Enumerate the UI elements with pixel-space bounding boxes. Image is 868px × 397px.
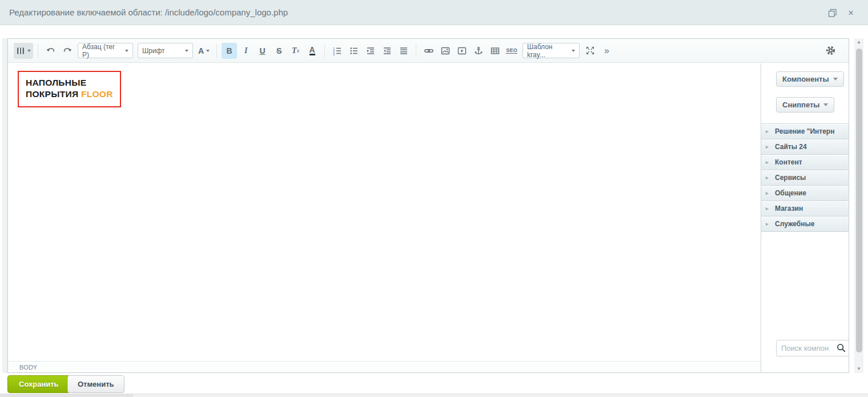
category-sites24[interactable]: ▸Сайты 24	[761, 139, 849, 155]
chevron-down-icon	[823, 103, 828, 106]
fullscreen-icon	[586, 46, 594, 55]
svg-text:3: 3	[333, 52, 335, 55]
chevron-right-icon: ▸	[766, 144, 769, 150]
editor-canvas[interactable]: НАПОЛЬНЫЕ ПОКРЫТИЯ FLOOR	[8, 63, 761, 361]
clear-format-button[interactable]: Tx	[288, 43, 303, 59]
italic-button[interactable]: I	[238, 43, 254, 59]
category-content[interactable]: ▸Контент	[761, 155, 849, 170]
cancel-button[interactable]: Отменить	[67, 375, 124, 393]
category-store[interactable]: ▸Магазин	[761, 201, 849, 216]
text-color-button[interactable]: A	[304, 43, 320, 59]
toolbar-separator	[416, 44, 416, 58]
insert-link-button[interactable]	[421, 43, 436, 59]
chevron-right-icon: ▸	[766, 206, 769, 211]
scrollbar-thumb[interactable]	[856, 49, 862, 352]
ordered-list-icon: 123	[333, 46, 342, 55]
underline-button[interactable]: U	[255, 43, 270, 59]
video-icon	[457, 46, 467, 55]
bottom-divider-segment	[0, 394, 133, 397]
bottom-divider	[0, 394, 868, 397]
toolbar-separator	[216, 44, 217, 58]
link-icon	[424, 46, 433, 55]
undo-button[interactable]	[43, 43, 58, 59]
editor-toolbar: Абзац (тег P) Шрифт A B I U S Tx A 123	[8, 39, 849, 63]
category-services[interactable]: ▸Сервисы	[761, 170, 849, 186]
unordered-list-icon	[349, 46, 359, 55]
outdent-icon	[383, 46, 392, 55]
insert-anchor-button[interactable]	[471, 43, 486, 59]
undo-icon	[46, 46, 55, 55]
insert-table-button[interactable]	[487, 43, 503, 59]
category-solutions[interactable]: ▸Решение "Интерн	[761, 124, 849, 139]
indent-icon	[366, 46, 375, 55]
dialog-left-gutter	[2, 38, 7, 373]
dialog-scrollbar: ▲ ▼	[854, 38, 863, 373]
more-tools-button[interactable]: »	[599, 43, 614, 59]
editor-dialog: Редактирование включаемой области: /incl…	[0, 0, 868, 397]
components-sidebar: Компоненты Сниппеты ▸Решение "Интерн ▸Са…	[761, 63, 849, 372]
tag-path-bar[interactable]: BODY	[8, 361, 761, 372]
dialog-title: Редактирование включаемой области: /incl…	[9, 0, 288, 25]
toolbar-separator	[38, 44, 38, 58]
film-strip-icon	[16, 46, 25, 55]
strikethrough-button[interactable]: S	[271, 43, 287, 59]
font-size-button[interactable]: A	[196, 43, 212, 59]
snippets-button[interactable]: Сниппеты	[776, 97, 834, 113]
fullscreen-button[interactable]	[582, 43, 598, 59]
tag-path-label: BODY	[19, 364, 37, 371]
insert-image-button[interactable]	[437, 43, 453, 59]
image-icon	[441, 46, 450, 55]
unordered-list-button[interactable]	[346, 43, 361, 59]
anchor-icon	[474, 46, 483, 55]
chevron-down-icon	[206, 50, 210, 52]
redo-icon	[63, 46, 72, 55]
table-icon	[491, 46, 500, 55]
category-utility[interactable]: ▸Служебные	[761, 216, 849, 232]
category-communication[interactable]: ▸Общение	[761, 186, 849, 201]
html-editor: Абзац (тег P) Шрифт A B I U S Tx A 123	[7, 38, 849, 373]
chevron-down-icon	[185, 50, 188, 52]
settings-button[interactable]	[823, 43, 838, 59]
scroll-down-icon[interactable]: ▼	[854, 365, 863, 373]
seo-button[interactable]: SEO	[504, 43, 520, 59]
search-icon[interactable]	[836, 343, 846, 355]
chevron-down-icon	[125, 50, 128, 52]
chevron-right-icon: ▸	[766, 190, 769, 196]
scroll-up-icon[interactable]: ▲	[854, 38, 863, 46]
components-button[interactable]: Компоненты	[776, 71, 844, 87]
chevron-down-icon	[833, 78, 838, 81]
chevron-right-icon: ▸	[766, 129, 769, 134]
selected-logo-block[interactable]: НАПОЛЬНЫЕ ПОКРЫТИЯ FLOOR	[18, 71, 121, 107]
gear-icon	[826, 46, 835, 55]
ordered-list-button[interactable]: 123	[329, 43, 345, 59]
indent-button[interactable]	[363, 43, 378, 59]
chevron-down-icon	[27, 50, 31, 52]
font-family-select[interactable]: Шрифт	[138, 43, 193, 58]
template-select[interactable]: Шаблон kray...	[523, 43, 580, 58]
chevron-right-icon: ▸	[766, 221, 769, 227]
restore-window-icon[interactable]	[827, 7, 838, 19]
component-search	[776, 340, 849, 356]
bold-button[interactable]: B	[222, 43, 237, 59]
redo-button[interactable]	[59, 43, 75, 59]
insert-video-button[interactable]	[454, 43, 469, 59]
logo-accent-text: FLOOR	[81, 89, 113, 99]
close-icon[interactable]: ×	[845, 7, 857, 19]
view-mode-button[interactable]	[14, 43, 33, 59]
chevron-right-icon: ▸	[766, 159, 769, 165]
toolbar-separator	[324, 44, 325, 58]
logo-text-line2: ПОКРЫТИЯ FLOOR	[26, 89, 113, 100]
outdent-button[interactable]	[379, 43, 395, 59]
dialog-header: Редактирование включаемой области: /incl…	[0, 0, 868, 25]
justify-icon	[399, 46, 408, 55]
logo-text-line1: НАПОЛЬНЫЕ	[26, 77, 113, 89]
chevron-down-icon	[572, 50, 575, 52]
component-category-list: ▸Решение "Интерн ▸Сайты 24 ▸Контент ▸Сер…	[761, 123, 849, 232]
justify-button[interactable]	[396, 43, 411, 59]
paragraph-format-select[interactable]: Абзац (тег P)	[78, 43, 133, 58]
save-button[interactable]: Сохранить	[7, 375, 70, 393]
chevron-right-icon: ▸	[766, 175, 769, 181]
